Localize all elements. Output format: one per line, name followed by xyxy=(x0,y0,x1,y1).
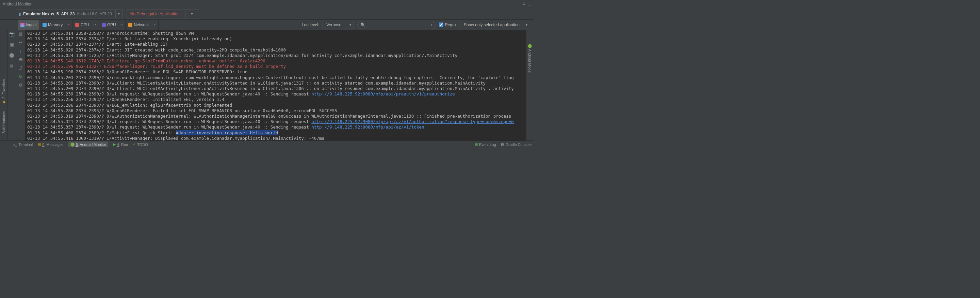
chevron-down-icon[interactable]: ▼ xyxy=(347,21,353,29)
gpu-icon xyxy=(102,23,106,27)
search-input[interactable] xyxy=(367,22,431,27)
tab-logcat[interactable]: logcat xyxy=(18,20,40,30)
settings-icon[interactable]: ⚙ xyxy=(19,83,23,88)
scroll-end-icon[interactable]: ↓ xyxy=(19,48,22,53)
log-highlight: Adapter invocation response: Hello world xyxy=(176,130,278,135)
camera-icon[interactable]: 📷 xyxy=(9,31,14,37)
log-line[interactable]: 01-13 14:34:55.239 2374-2390/? D/wl.requ… xyxy=(27,91,526,97)
log-line[interactable]: 01-13 14:34:55.319 2374-2390/? D/WLAutho… xyxy=(27,114,526,119)
log-gutter-inner: 🗑 ↩ ↓ 🖶 ⇵ ↻ ⚙ xyxy=(16,30,25,141)
log-line[interactable]: 01-13 14:34:55.198 2374-2393/? D/OpenGLR… xyxy=(27,69,526,75)
toolbar-row: logcat Memory →• CPU →• GPU →• Network →… xyxy=(0,20,533,30)
terminate-icon[interactable]: ◼ xyxy=(10,63,14,68)
tab-cpu[interactable]: CPU →• xyxy=(73,20,99,30)
android-icon: ⬤ xyxy=(528,44,532,48)
regex-label: Regex xyxy=(445,22,457,27)
log-line[interactable]: 01-13 14:34:55.140 1612-1748/? E/Surface… xyxy=(27,58,526,64)
tab-label: CPU xyxy=(81,22,89,27)
logcat-output[interactable]: 01-13 14:34:55.014 2358-2358/? D/Android… xyxy=(25,30,526,141)
bottom-android-monitor[interactable]: ⬤6: Android Monitor xyxy=(68,141,108,147)
pin-icon: →• xyxy=(91,23,96,27)
minimize-icon[interactable]: ⎽ xyxy=(528,2,531,6)
debuggable-app-selector[interactable]: No Debuggable Applications ▼ xyxy=(127,10,199,18)
pin-icon: →• xyxy=(65,23,69,27)
gradle-icon: ▤ xyxy=(501,142,504,147)
tab-label: GPU xyxy=(107,22,116,27)
filter-config-icon[interactable]: ⇵ xyxy=(19,66,22,70)
log-line[interactable]: 01-13 14:34:55.321 2374-2390/? D/wl.requ… xyxy=(27,119,526,125)
log-line[interactable]: 01-13 14:34:55.357 2374-2390/? D/wl.requ… xyxy=(27,125,526,130)
tab-label: Network xyxy=(134,22,149,27)
log-line[interactable]: 01-13 14:34:55.416 1300-1319/? I/Activit… xyxy=(27,136,526,141)
bottom-messages[interactable]: ▤0: Messages xyxy=(37,142,63,147)
log-gutter-outer: 📷 ▣ ⬤ ◼ xyxy=(8,30,16,141)
log-line[interactable]: 01-13 14:34:55.256 2374-2393/? I/OpenGLR… xyxy=(27,97,526,102)
log-line[interactable]: 01-13 14:34:55.286 2374-2393/? W/EGL_emu… xyxy=(27,103,526,108)
log-line[interactable]: 01-13 14:34:55.203 2374-2390/? W/com.wor… xyxy=(27,75,526,80)
pin-icon: →• xyxy=(151,23,156,27)
log-line[interactable]: 01-13 14:34:55.017 2374-2374/? I/art: La… xyxy=(27,42,526,47)
sidebar-build-variants[interactable]: Build Variants xyxy=(2,111,6,134)
log-url[interactable]: http://9.148.225.92:9080/mfp/api/az/v1/t… xyxy=(311,125,424,130)
log-line[interactable]: 01-13 14:34:55.209 2374-2390/? D/WLClien… xyxy=(27,86,526,91)
tab-network[interactable]: Network →• xyxy=(126,20,159,30)
log-line[interactable]: 01-13 14:34:55.209 2374-2390/? D/WLClien… xyxy=(27,80,526,86)
tool-sidebar-left: ★2: Favorites Build Variants xyxy=(0,30,8,141)
messages-icon: ▤ xyxy=(37,142,41,147)
cpu-icon xyxy=(75,23,79,27)
loglevel-value: Verbose xyxy=(323,22,347,27)
tab-gpu[interactable]: GPU →• xyxy=(99,20,126,30)
log-line[interactable]: 01-13 14:34:55.034 1300-1725/? I/Activit… xyxy=(27,53,526,58)
search-icon: 🔍 xyxy=(360,22,366,27)
log-url[interactable]: http://9.148.225.92:9080/mfp/api/az/v1/a… xyxy=(311,119,514,124)
wrap-icon[interactable]: ↩ xyxy=(19,40,22,45)
restart-icon[interactable]: ↻ xyxy=(19,74,22,79)
event-log-icon: ▤ xyxy=(474,142,478,147)
play-icon: ▶ xyxy=(113,142,116,147)
bottom-tool-bar: >_Terminal ▤0: Messages ⬤6: Android Moni… xyxy=(0,141,533,148)
tool-sidebar-right: ⬤ Android Model xyxy=(526,30,533,141)
device-selector[interactable]: ▮ Emulator Nexus_5_API_23 Android 6.0, A… xyxy=(15,10,123,18)
device-row: ▮ Emulator Nexus_5_API_23 Android 6.0, A… xyxy=(0,8,533,20)
log-line[interactable]: 01-13 14:34:55.408 2374-2389/? I/MobileF… xyxy=(27,130,526,136)
chevron-down-icon[interactable]: ▼ xyxy=(185,10,199,18)
filter-selector[interactable]: Show only selected application ▼ xyxy=(460,21,530,29)
monitor-tabs: logcat Memory →• CPU →• GPU →• Network →… xyxy=(18,20,159,30)
bottom-todo[interactable]: ✓TODO xyxy=(133,142,148,147)
sidebar-android-model[interactable]: ⬤ Android Model xyxy=(528,44,532,73)
terminal-icon: >_ xyxy=(13,143,18,147)
tab-label: Memory xyxy=(48,22,63,27)
search-box[interactable]: 🔍 ▾ xyxy=(357,21,436,29)
regex-checkbox[interactable] xyxy=(439,22,443,27)
android-icon: ⬤ xyxy=(70,142,75,147)
pin-icon: →• xyxy=(118,23,123,27)
log-line[interactable]: 01-13 14:34:55.196 952-1332/? E/SurfaceF… xyxy=(27,64,526,69)
phone-icon: ▮ xyxy=(19,11,21,16)
star-icon: ★ xyxy=(2,100,6,105)
loglevel-selector[interactable]: Verbose ▼ xyxy=(323,21,354,29)
log-line[interactable]: 01-13 14:34:55.286 2374-2393/? W/OpenGLR… xyxy=(27,108,526,114)
log-line[interactable]: 01-13 14:34:55.014 2358-2358/? D/Android… xyxy=(27,31,526,36)
status-bar: ▫ Session 'app': Launched on Nexus_5_API… xyxy=(0,148,533,149)
tab-memory[interactable]: Memory →• xyxy=(40,20,73,30)
memory-icon xyxy=(43,23,47,27)
todo-icon: ✓ xyxy=(133,142,136,147)
trash-icon[interactable]: 🗑 xyxy=(18,31,23,37)
bottom-run[interactable]: ▶4: Run xyxy=(113,142,128,147)
log-line[interactable]: 01-13 14:34:55.017 2374-2374/? I/art: No… xyxy=(27,36,526,42)
sidebar-favorites[interactable]: ★2: Favorites xyxy=(2,79,6,104)
bottom-event-log[interactable]: ▤Event Log xyxy=(474,142,496,147)
device-name-suffix: Android 6.0, API 23 xyxy=(76,11,111,16)
chevron-down-icon[interactable]: ▼ xyxy=(523,21,530,29)
log-line[interactable]: 01-13 14:34:55.020 2374-2374/? I/art: JI… xyxy=(27,47,526,53)
system-info-icon[interactable]: ⬤ xyxy=(9,53,14,58)
filter-value: Show only selected application xyxy=(460,22,523,27)
log-url[interactable]: http://9.148.225.92:9080/mfp/api/preauth… xyxy=(311,91,455,96)
print-icon[interactable]: 🖶 xyxy=(18,57,23,62)
screen-record-icon[interactable]: ▣ xyxy=(10,42,14,47)
chevron-down-icon[interactable]: ▼ xyxy=(115,10,122,18)
bottom-terminal[interactable]: >_Terminal xyxy=(13,143,33,147)
bottom-gradle-console[interactable]: ▤Gradle Console xyxy=(501,142,531,147)
gear-icon[interactable]: ⚙ xyxy=(522,2,526,6)
panel-title: Android Monitor xyxy=(3,2,32,6)
